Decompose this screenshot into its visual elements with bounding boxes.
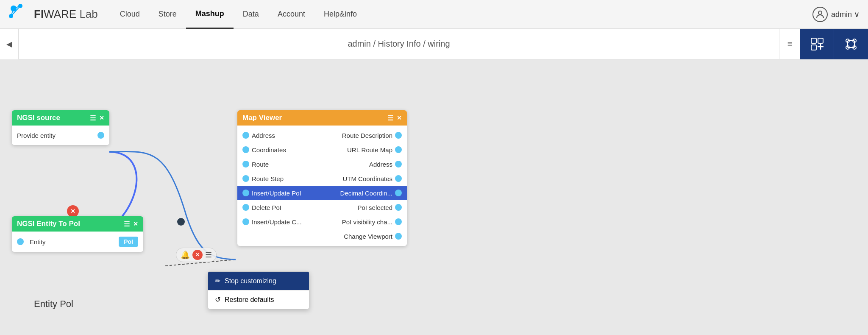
breadcrumb-bar: ◀ admin / History Info / wiring ≡ [0,29,868,59]
utm-coords-port[interactable] [395,175,402,182]
ngsi-entity-header: NGSI Entity To PoI ☰ ✕ [12,216,143,232]
change-viewport-label: Change Viewport [344,233,392,240]
wiring-canvas: ✕ 🔔 ✕ ☰ NGSI source ☰ ✕ Provide entity N… [0,59,868,335]
insert-update-c-left-port[interactable] [242,218,249,225]
nav-data[interactable]: Data [234,0,268,29]
address-left-label: Address [252,132,275,139]
restore-defaults-icon: ↺ [215,296,220,304]
url-route-port[interactable] [395,146,402,153]
breadcrumb-menu-icon[interactable]: ≡ [779,29,800,59]
decimal-coords-label: Decimal Coordin... [340,190,392,197]
connection-delete-button-1[interactable]: ✕ [67,205,79,217]
change-viewport-port[interactable] [395,233,402,240]
poi-selected-port[interactable] [395,204,402,211]
entity-port-label: Entity [30,238,46,246]
map-viewer-insert-update-poi-row: Insert/Update PoI Decimal Coordin... [237,186,407,200]
map-viewer-widget: Map Viewer ☰ ✕ Address Route Description [237,110,407,246]
map-viewer-title: Map Viewer [242,114,282,122]
sidebar-toggle-button[interactable]: ◀ [0,29,19,59]
map-viewer-delete-poi-row: Delete PoI PoI selected [237,200,407,215]
entity-port-dot-left[interactable] [17,238,24,245]
route-left-label: Route [252,161,269,168]
ngsi-source-body: Provide entity [12,126,109,145]
poi-port-button[interactable]: PoI [119,237,138,247]
breadcrumb-actions [800,29,868,59]
map-viewer-coords-row: Coordinates URL Route Map [237,142,407,157]
nav-helpinfo[interactable]: Help&info [314,0,366,29]
route-step-left-label: Route Step [252,175,284,182]
map-viewer-header-icons: ☰ ✕ [387,114,402,122]
map-viewer-address-row: Address Route Description [237,128,407,142]
connections-svg [0,59,868,335]
map-viewer-close-icon[interactable]: ✕ [397,114,402,121]
nav-account[interactable]: Account [268,0,314,29]
logo[interactable]: FIWARE Lab [8,3,98,25]
ngsi-source-title: NGSI source [17,114,60,122]
user-menu[interactable]: admin ∨ [812,7,860,22]
coords-left-label: Coordinates [252,146,286,154]
insert-update-poi-left-port[interactable] [242,190,249,196]
provide-entity-label: Provide entity [17,132,56,139]
nav-cloud[interactable]: Cloud [111,0,149,29]
logo-text: FIWARE Lab [34,8,98,21]
decimal-coords-port[interactable] [395,190,402,196]
route-left-port[interactable] [242,161,249,168]
delete-poi-label: Delete PoI [252,204,281,211]
svg-point-6 [818,11,822,14]
ngsi-entity-body: Entity PoI [12,232,143,252]
nav-store[interactable]: Store [149,0,186,29]
nav-mashup[interactable]: Mashup [186,0,234,29]
add-widget-button[interactable] [800,29,834,59]
ngsi-entity-close-icon[interactable]: ✕ [133,221,138,227]
utm-coords-label: UTM Coordinates [342,175,392,182]
add-widget-icon [810,36,825,52]
ngsi-entity-menu-icon[interactable]: ☰ [124,220,130,228]
poi-selected-label: PoI selected [357,204,392,211]
user-avatar-icon [812,7,828,22]
poi-visibility-port[interactable] [395,218,402,225]
address-left-port[interactable] [242,132,249,139]
layout-button[interactable] [834,29,868,59]
address-right-port[interactable] [395,161,402,168]
ngsi-source-menu-icon[interactable]: ☰ [90,114,96,122]
stop-customizing-label: Stop customizing [225,277,276,285]
provide-entity-port-dot[interactable] [97,132,104,139]
poi-visibility-label: PoI visibility cha... [342,218,392,226]
breadcrumb-path: admin / History Info / wiring [19,39,779,49]
insert-update-poi-label: Insert/Update PoI [252,190,301,197]
notification-bell-icon[interactable]: 🔔 [181,250,190,260]
connection-junction [177,218,185,226]
connection-delete-button-2[interactable]: ✕ [192,250,203,260]
ngsi-entity-header-icons: ☰ ✕ [124,220,138,228]
map-viewer-route-step-row: Route Step UTM Coordinates [237,171,407,186]
map-viewer-body: Address Route Description Coordinates UR… [237,126,407,246]
ngsi-source-widget: NGSI source ☰ ✕ Provide entity [12,110,109,145]
route-desc-label: Route Description [342,132,392,139]
delete-poi-left-port[interactable] [242,204,249,211]
map-viewer-change-viewport-row: Change Viewport [237,229,407,243]
restore-defaults-menu-item[interactable]: ↺ Restore defaults [208,290,309,309]
ngsi-source-header: NGSI source ☰ ✕ [12,110,109,126]
ngsi-entity-title: NGSI Entity To PoI [17,220,80,228]
stop-customizing-menu-item[interactable]: ✏ Stop customizing [208,272,309,290]
coords-left-port[interactable] [242,146,249,153]
svg-rect-9 [811,45,816,50]
route-step-left-port[interactable] [242,175,249,182]
ngsi-source-provide-entity-port: Provide entity [12,128,109,142]
fiware-logo-icon [8,3,31,25]
ngsi-source-close-icon[interactable]: ✕ [99,114,104,121]
restore-defaults-label: Restore defaults [225,296,274,304]
map-viewer-header: Map Viewer ☰ ✕ [237,110,407,126]
context-menu: ✏ Stop customizing ↺ Restore defaults [208,271,309,309]
map-viewer-menu-icon[interactable]: ☰ [387,114,393,122]
layout-icon [844,37,858,51]
insert-update-c-label: Insert/Update C... [252,218,302,226]
entity-pol-label: Entity Pol [34,299,73,310]
hamburger-menu-icon[interactable]: ☰ [205,250,212,260]
ngsi-entity-ports-row: Entity PoI [12,234,143,249]
svg-rect-7 [811,38,816,43]
map-viewer-route-row: Route Address [237,157,407,171]
user-name-label: admin ∨ [831,10,860,19]
stop-customizing-icon: ✏ [215,277,220,285]
route-desc-port[interactable] [395,132,402,139]
